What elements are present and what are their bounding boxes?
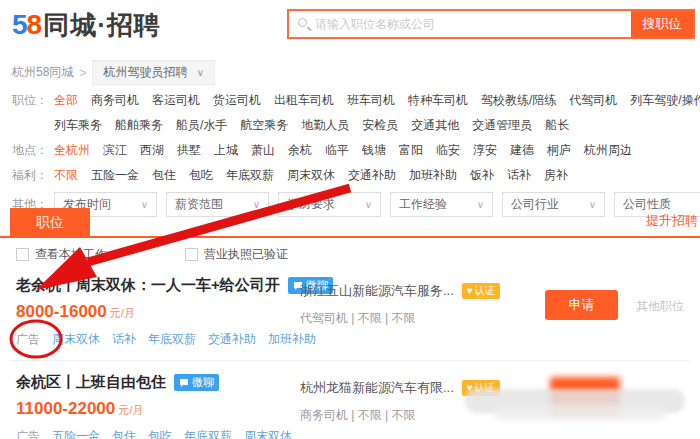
filter-item[interactable]: 包吃 <box>189 168 213 182</box>
filter-label-welfare: 福利： <box>12 163 54 188</box>
filter-item[interactable]: 饭补 <box>470 168 494 182</box>
other-jobs-link[interactable]: 其他职位 <box>636 298 684 315</box>
filter-item[interactable]: 货运司机 <box>213 93 261 107</box>
job-tag: 包住 <box>112 429 136 439</box>
filter-item[interactable]: 加班补助 <box>409 168 457 182</box>
filter-item[interactable]: 全部 <box>54 93 78 107</box>
job-card-1[interactable]: 老余杭丨周末双休：一人一车+给公司开 微聊 8000-16000元/月 广告周末… <box>0 264 700 360</box>
filter-row-location: 地点： 全杭州滨江西湖拱墅上城萧山余杭临平钱塘富阳临安淳安建德桐庐杭州周边 <box>12 138 700 163</box>
filter-item[interactable]: 地勤人员 <box>301 118 349 132</box>
filter-item[interactable]: 周末双休 <box>287 168 335 182</box>
filter-item[interactable]: 建德 <box>510 143 534 157</box>
filter-item[interactable]: 交通管理员 <box>472 118 532 132</box>
filter-item[interactable]: 代驾司机 <box>569 93 617 107</box>
filter-item[interactable]: 驾校教练/陪练 <box>481 93 556 107</box>
filter-item[interactable]: 临安 <box>436 143 460 157</box>
filter-item[interactable]: 安检员 <box>362 118 398 132</box>
job-tags: 广告五险一金包住包吃年底双薪周末双休 <box>16 428 684 439</box>
chat-badge[interactable]: 微聊 <box>174 374 219 391</box>
filter-item[interactable]: 船员/水手 <box>176 118 227 132</box>
filter-item[interactable]: 上城 <box>214 143 238 157</box>
breadcrumb-root[interactable]: 杭州58同城 <box>12 64 73 81</box>
filter-item[interactable]: 淳安 <box>473 143 497 157</box>
company-name[interactable]: 浙江五山新能源汽车服务... <box>300 282 454 300</box>
heart-icon: ♥ <box>467 285 473 296</box>
filter-item[interactable]: 交通其他 <box>411 118 459 132</box>
filter-item[interactable]: 临平 <box>325 143 349 157</box>
breadcrumb: 杭州58同城 > 杭州驾驶员招聘 ∨ <box>12 60 215 85</box>
breadcrumb-current-label: 杭州驾驶员招聘 <box>103 65 187 79</box>
job-tag: 广告 <box>16 429 40 439</box>
filter-item[interactable]: 余杭 <box>288 143 312 157</box>
promote-recruiting-link[interactable]: 提升招聘 <box>646 212 698 230</box>
job-tag: 广告 <box>16 332 40 346</box>
filter-item[interactable]: 列车乘务 <box>54 118 102 132</box>
job-title[interactable]: 老余杭丨周末双休：一人一车+给公司开 <box>16 276 280 295</box>
filter-items-location: 全杭州滨江西湖拱墅上城萧山余杭临平钱塘富阳临安淳安建德桐庐杭州周边 <box>54 138 700 163</box>
filter-item[interactable]: 话补 <box>507 168 531 182</box>
company-row: 浙江五山新能源汽车服务... ♥认证 <box>300 282 500 300</box>
filter-panel: 职位： 全部商务司机客运司机货运司机出租车司机班车司机特种车司机驾校教练/陪练代… <box>12 88 700 217</box>
filter-item[interactable]: 交通补助 <box>348 168 396 182</box>
checkbox-icon[interactable] <box>16 248 29 261</box>
job-meta: 代驾司机 | 不限 | 不限 <box>300 310 416 327</box>
tab-positions[interactable]: 职位 <box>10 208 90 236</box>
filter-item[interactable]: 包住 <box>152 168 176 182</box>
salary-unit: 元/月 <box>118 404 143 416</box>
filter-item[interactable]: 桐庐 <box>547 143 571 157</box>
filter-item[interactable]: 杭州周边 <box>584 143 632 157</box>
filter-item[interactable]: 特种车司机 <box>408 93 468 107</box>
filter-item[interactable]: 客运司机 <box>152 93 200 107</box>
search-input[interactable] <box>315 11 631 37</box>
filter-item[interactable]: 船舶乘务 <box>115 118 163 132</box>
job-tag: 包吃 <box>148 429 172 439</box>
chat-bubble-icon <box>179 378 189 388</box>
filter-item[interactable]: 钱塘 <box>362 143 386 157</box>
checkbox-license-verified-label: 营业执照已验证 <box>204 246 288 263</box>
logo-8: 8 <box>27 9 42 40</box>
filter-item[interactable]: 五险一金 <box>91 168 139 182</box>
filter-item[interactable]: 滨江 <box>103 143 127 157</box>
filter-item[interactable]: 出租车司机 <box>274 93 334 107</box>
search-button[interactable]: 搜职位 <box>631 11 693 37</box>
filter-item[interactable]: 不限 <box>54 168 78 182</box>
job-tag: 五险一金 <box>52 429 100 439</box>
site-logo[interactable]: 58同城·招聘 <box>12 8 161 43</box>
company-name[interactable]: 杭州龙猫新能源汽车有限... <box>300 379 454 397</box>
filter-items-position-line1: 全部商务司机客运司机货运司机出租车司机班车司机特种车司机驾校教练/陪练代驾司机列… <box>54 88 700 113</box>
filter-item[interactable]: 拱墅 <box>177 143 201 157</box>
filter-item[interactable]: 房补 <box>544 168 568 182</box>
filter-item[interactable]: 全杭州 <box>54 143 90 157</box>
filter-item[interactable]: 西湖 <box>140 143 164 157</box>
search-bar: 搜职位 <box>287 9 695 39</box>
job-card-2[interactable]: 余杭区丨上班自由包住 微聊 11000-22000元/月 广告五险一金包住包吃年… <box>0 361 700 439</box>
blur-overlay <box>495 405 665 421</box>
filter-item[interactable]: 萧山 <box>251 143 275 157</box>
filter-items-position-line2: 列车乘务船舶乘务船员/水手航空乘务地勤人员安检员交通其他交通管理员船长 <box>54 113 700 138</box>
job-tag: 周末双休 <box>244 429 292 439</box>
breadcrumb-current-dropdown[interactable]: 杭州驾驶员招聘 ∨ <box>92 60 215 85</box>
apply-button[interactable]: 申请 <box>545 290 618 320</box>
filter-row-welfare: 福利： 不限五险一金包住包吃年底双薪周末双休交通补助加班补助饭补话补房补 <box>12 163 700 188</box>
checkbox-icon[interactable] <box>185 248 198 261</box>
logo-5: 5 <box>12 9 27 40</box>
logo-text: 同城·招聘 <box>43 10 161 40</box>
filter-item[interactable]: 年底双薪 <box>226 168 274 182</box>
filter-item[interactable]: 列车驾驶/操作 <box>630 93 700 107</box>
tab-bar: 职位 提升招聘 <box>0 210 700 238</box>
job-listings: 老余杭丨周末双休：一人一车+给公司开 微聊 8000-16000元/月 广告周末… <box>0 264 700 439</box>
checkbox-license-verified[interactable]: 营业执照已验证 <box>185 246 288 263</box>
filter-label-position: 职位： <box>12 88 54 138</box>
checkbox-local-jobs-label: 查看本地工作 <box>35 246 107 263</box>
filter-item[interactable]: 航空乘务 <box>240 118 288 132</box>
checkbox-local-jobs[interactable]: 查看本地工作 <box>16 246 107 263</box>
search-icon <box>289 11 315 37</box>
verified-badge: ♥认证 <box>462 283 500 299</box>
filter-item[interactable]: 商务司机 <box>91 93 139 107</box>
filter-item[interactable]: 富阳 <box>399 143 423 157</box>
job-tag: 周末双休 <box>52 332 100 346</box>
salary-unit: 元/月 <box>110 307 135 319</box>
job-title[interactable]: 余杭区丨上班自由包住 <box>16 373 166 392</box>
filter-item[interactable]: 船长 <box>545 118 569 132</box>
filter-item[interactable]: 班车司机 <box>347 93 395 107</box>
